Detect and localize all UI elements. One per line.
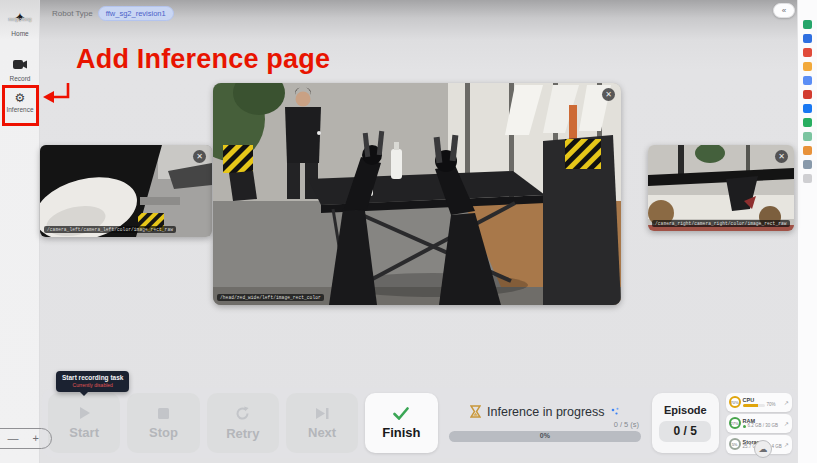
topbar: Robot Type ffw_sg2_revision1: [52, 6, 174, 21]
extension-icon[interactable]: [803, 20, 812, 29]
play-icon: [77, 406, 91, 420]
extension-icon[interactable]: [803, 104, 812, 113]
cpu-usage-bar: [743, 404, 765, 407]
ram-status-dot: [743, 425, 746, 428]
close-icon[interactable]: ✕: [193, 150, 206, 163]
app-logo: ✦ magiclong: [0, 11, 40, 24]
gear-icon: ⚙: [0, 92, 40, 104]
start-button[interactable]: Start: [48, 393, 120, 453]
extension-icon[interactable]: [803, 146, 812, 155]
camera-image-main: [213, 83, 621, 305]
skip-next-icon: [315, 407, 330, 420]
close-icon[interactable]: ✕: [775, 150, 788, 163]
browser-side-strip: [797, 0, 817, 463]
next-button[interactable]: Next: [286, 393, 358, 453]
feed-topic-label: /camera_left/camera_left/color/image_rec…: [44, 226, 176, 233]
collapse-icon[interactable]: «: [773, 3, 795, 18]
sidebar-item-inference[interactable]: ⚙ Inference: [0, 92, 40, 113]
hourglass-icon: [470, 405, 481, 418]
episode-value: 0 / 5: [659, 421, 711, 442]
episode-counter-card: Episode 0 / 5: [652, 393, 718, 453]
extension-icon[interactable]: [803, 160, 812, 169]
zoom-out-button[interactable]: —: [8, 433, 19, 444]
extension-icon[interactable]: [803, 62, 812, 71]
ram-gauge: 27%: [729, 417, 741, 429]
start-button-tooltip: Start recording task Currently disabled: [56, 371, 129, 392]
expand-icon: ↗: [784, 441, 789, 448]
annotation-text: Add Inference page: [76, 44, 330, 75]
cpu-gauge: 70%: [729, 396, 741, 408]
extension-icon[interactable]: [803, 118, 812, 127]
stop-icon: [157, 407, 170, 420]
close-icon[interactable]: ✕: [602, 88, 615, 101]
retry-icon: [235, 406, 250, 421]
extension-icon[interactable]: [803, 90, 812, 99]
cpu-stat-card[interactable]: 70% CPU 70% ↗: [726, 393, 792, 412]
stop-button-label: Stop: [149, 425, 178, 440]
sidebar-item-label: Inference: [0, 106, 40, 113]
inference-progress-panel: Inference in progress 0 / 5 (s) 0%: [445, 405, 646, 442]
cloud-download-icon[interactable]: ☁: [754, 440, 772, 458]
inference-step-counter: 0 / 5 (s): [449, 420, 640, 429]
camera-feed-right: ✕ /camera_right/camera_right/color/image…: [648, 145, 794, 231]
cpu-value: 70%: [767, 403, 776, 408]
extension-icon[interactable]: [803, 34, 812, 43]
expand-icon: ↗: [784, 399, 789, 406]
finish-button[interactable]: Finish: [365, 393, 437, 453]
sparkle-icon: [611, 407, 620, 416]
logo-text: magiclong: [0, 17, 40, 22]
progress-percent-label: 0%: [449, 432, 642, 439]
camera-image-left: [40, 145, 212, 237]
ram-stat-card[interactable]: 27% RAM 6.2 GB / 30 GB ↗: [726, 414, 792, 433]
start-button-label: Start: [69, 425, 99, 440]
annotation-arrow-icon: [42, 80, 74, 108]
app-root: ✦ magiclong Home Record ⚙ Inference Robo…: [0, 0, 817, 463]
check-icon: [393, 407, 409, 420]
extension-icon[interactable]: [803, 132, 812, 141]
retry-button[interactable]: Retry: [207, 393, 279, 453]
inference-progress-bar: 0%: [449, 431, 642, 442]
robot-type-label: Robot Type: [52, 9, 93, 18]
canvas-zoom-control: — +: [0, 428, 52, 449]
extension-icon[interactable]: [803, 76, 812, 85]
camera-feed-main: ✕ /head/zed_wide/left/image_rect_color: [213, 83, 621, 305]
zoom-in-button[interactable]: +: [33, 433, 39, 444]
episode-label: Episode: [664, 404, 707, 416]
robot-type-badge[interactable]: ffw_sg2_revision1: [98, 6, 174, 21]
expand-icon: ↗: [784, 420, 789, 427]
inference-status-text: Inference in progress: [487, 405, 604, 419]
sidebar: ✦ magiclong Home Record ⚙ Inference: [0, 0, 40, 463]
sidebar-item-label: Record: [0, 75, 40, 82]
sidebar-item-home[interactable]: Home: [0, 30, 40, 37]
retry-button-label: Retry: [226, 426, 259, 441]
finish-button-label: Finish: [382, 425, 420, 440]
extension-icon[interactable]: [803, 174, 812, 183]
ram-value: 6.2 GB / 30 GB: [748, 424, 779, 429]
storage-gauge: 5%: [729, 438, 741, 450]
extension-icon[interactable]: [803, 48, 812, 57]
right-strip-icons: [803, 20, 812, 183]
feed-topic-label: /camera_right/camera_right/color/image_r…: [652, 220, 790, 227]
next-button-label: Next: [308, 425, 336, 440]
tooltip-title: Start recording task: [62, 374, 123, 381]
sidebar-item-record[interactable]: Record: [0, 55, 40, 82]
stop-button[interactable]: Stop: [127, 393, 199, 453]
camera-feed-left: ✕ /camera_left/camera_left/color/image_r…: [40, 145, 212, 237]
tooltip-subtitle: Currently disabled: [62, 382, 123, 388]
camera-image-right: [648, 145, 794, 231]
feed-topic-label: /head/zed_wide/left/image_rect_color: [217, 294, 324, 301]
control-bar: Start Stop Retry Next Fini: [42, 388, 798, 458]
video-camera-icon: [13, 60, 27, 69]
